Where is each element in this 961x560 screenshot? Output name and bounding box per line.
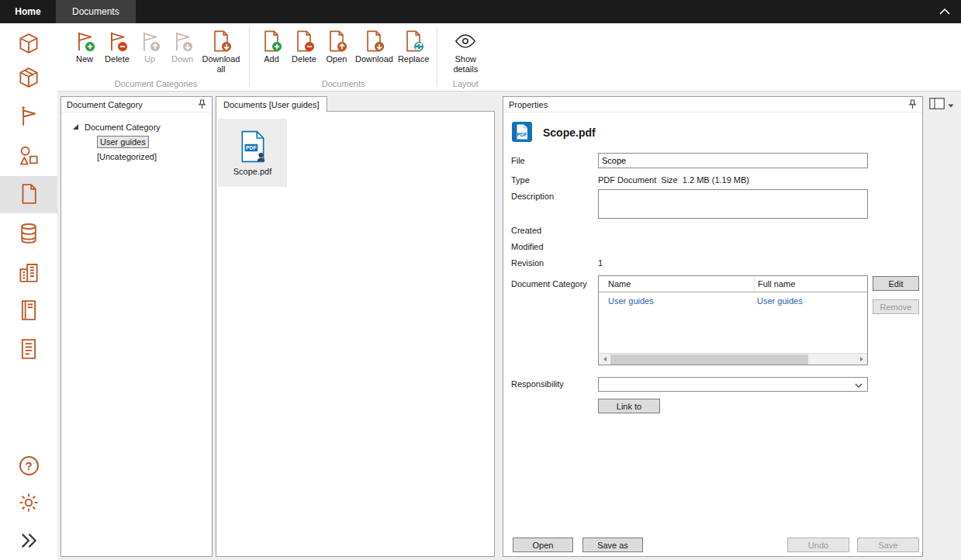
layout-options-button[interactable] [929,98,954,111]
file-name-input[interactable] [598,153,868,168]
scroll-right-arrow[interactable] [856,354,867,365]
undo-button[interactable]: Undo [787,538,849,552]
document-header: PDF Scope.pdf [511,121,596,144]
file-item-scope-pdf[interactable]: PDF Scope.pdf [218,119,287,187]
ribbon-button-label: Add [264,54,279,64]
ribbon-group-label: Document Categories [68,79,244,91]
sidebar-item-handbook[interactable] [0,292,57,330]
ribbon-button-label: Show details [445,54,486,74]
flag-minus-icon [105,29,129,54]
sidebar-item-documents[interactable] [0,176,57,213]
document-category-panel: Document Category Document Category User… [60,96,213,557]
panel-header: Properties [503,97,922,112]
svg-text:PDF: PDF [517,132,527,137]
sidebar-item-milestones[interactable] [0,99,57,136]
document-download-icon [362,29,385,54]
column-header-name[interactable]: Name [599,279,754,289]
add-document-button[interactable]: Add [255,27,288,66]
help-icon: ? [19,456,39,475]
tab-documents-user-guides[interactable]: Documents [User guides] [216,96,327,112]
tree-item-document-category[interactable]: Document Category [61,119,212,134]
ribbon-button-label: Up [144,54,155,64]
flag-down-icon [171,29,194,54]
table-header: Name Full name [599,276,867,292]
move-category-down-button[interactable]: Down [166,27,199,66]
tree-item-uncategorized[interactable]: [Uncategorized] [61,149,212,164]
revision-value: 1 [598,258,868,268]
eye-icon [454,29,477,54]
nav-rail: ? [0,23,57,560]
ribbon-button-label: Download [355,54,393,64]
app-window: Home Documents New Delete Up [0,0,961,560]
replace-document-button[interactable]: Replace [396,27,431,66]
download-all-button[interactable]: Download all [199,27,244,75]
right-toolbar-strip [923,92,961,560]
new-category-button[interactable]: New [68,27,101,66]
sidebar-item-reports[interactable] [0,331,57,368]
show-details-button[interactable]: Show details [443,27,488,75]
tree-expander-icon[interactable] [72,123,79,132]
sidebar-item-products[interactable] [0,60,57,97]
panel-title: Properties [509,100,548,109]
package-icon [17,66,40,91]
flag-icon [17,105,40,130]
scrollbar-thumb[interactable] [610,354,808,365]
description-input[interactable] [598,189,868,219]
document-title: Scope.pdf [543,126,596,139]
file-label: File [511,156,525,165]
ribbon-group-layout: Show details Layout [440,23,491,91]
tree-item-label-selected: User guides [97,136,149,148]
ribbon-button-label: Down [171,54,193,64]
tree-item-label: Document Category [85,123,161,132]
edit-button[interactable]: Edit [873,276,919,291]
home-button[interactable]: Home [0,0,56,23]
flag-plus-icon [73,29,96,54]
sidebar-item-components[interactable] [0,138,57,175]
scroll-left-arrow[interactable] [599,354,610,365]
horizontal-scrollbar[interactable] [599,353,867,365]
description-label: Description [511,192,554,201]
remove-button[interactable]: Remove [873,299,919,314]
responsibility-dropdown[interactable] [598,377,868,392]
ribbon-button-label: Delete [105,54,130,64]
sidebar-item-organization[interactable] [0,254,57,292]
delete-document-button[interactable]: Delete [288,27,320,66]
save-as-button[interactable]: Save as [582,538,643,552]
sidebar-item-projects[interactable] [0,26,57,63]
open-document-button[interactable]: Open [320,27,353,66]
sidebar-item-help[interactable]: ? [0,447,57,484]
link-to-button[interactable]: Link to [598,399,660,413]
document-icon [17,182,40,207]
table-row[interactable]: User guides User guides [599,292,867,306]
ribbon-group-documents: Add Delete Open Download Replace [252,23,434,91]
open-button[interactable]: Open [513,538,573,552]
save-button[interactable]: Save [857,538,919,552]
tree-item-user-guides[interactable]: User guides [61,134,212,149]
sidebar-item-expand[interactable] [0,523,57,560]
sidebar-item-data[interactable] [0,216,57,253]
sidebar-item-settings[interactable] [0,485,57,522]
pin-icon[interactable] [198,99,206,109]
download-document-button[interactable]: Download [353,27,396,66]
ribbon-button-label: New [76,54,93,64]
tree-item-label: [Uncategorized] [97,152,157,161]
collapse-ribbon-button[interactable] [933,0,956,23]
type-label: Type [511,175,530,185]
flag-up-icon [138,29,161,54]
chevron-down-icon [855,380,862,389]
ribbon-group-label: Layout [443,79,488,91]
ribbon-button-label: Open [327,54,347,64]
svg-text:PDF: PDF [246,145,257,150]
pin-icon[interactable] [908,99,917,109]
modified-label: Modified [511,242,544,251]
column-header-full-name[interactable]: Full name [754,276,867,292]
ribbon-separator [249,27,250,87]
tab-documents[interactable]: Documents [56,0,136,23]
shapes-icon [17,144,40,169]
document-plus-icon [260,29,283,54]
delete-category-button[interactable]: Delete [101,27,133,66]
document-minus-icon [292,29,316,54]
move-category-up-button[interactable]: Up [133,27,166,66]
ribbon-button-label: Delete [292,54,316,64]
cube-icon [17,32,40,57]
